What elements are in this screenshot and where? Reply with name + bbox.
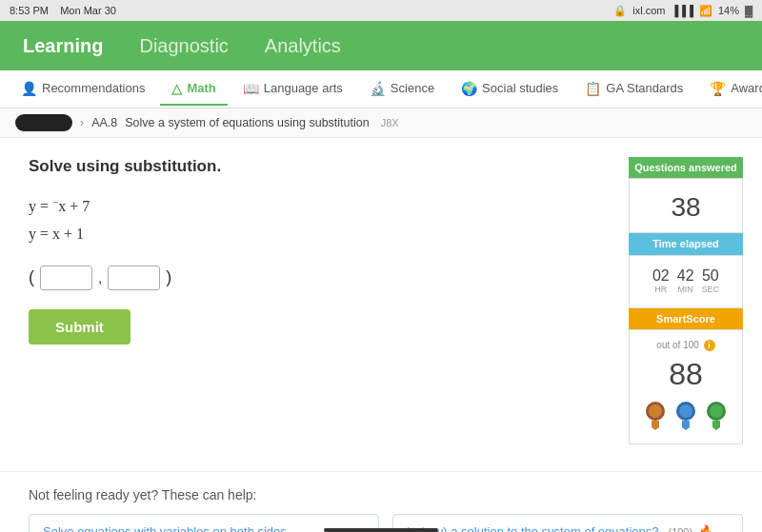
answer-input-x[interactable] [40, 266, 92, 290]
questions-answered-value: 38 [629, 178, 743, 233]
lock-icon: 🔒 [613, 5, 627, 17]
status-bar: 8:53 PM Mon Mar 30 🔒 ixl.com ▐▐▐ 📶 14% ▓ [0, 0, 762, 21]
smartscore-text: SmartScore [656, 312, 715, 325]
medal-ribbon-blue [682, 421, 690, 430]
smartscore-card: SmartScore out of 100 i 88 [629, 308, 743, 444]
breadcrumb-arrow: › [80, 116, 84, 129]
time-elapsed-value: 02 HR 42 MIN 50 SEC [629, 255, 743, 308]
science-icon: 🔬 [370, 81, 386, 96]
home-indicator [324, 528, 438, 532]
time-elapsed-text: Time elapsed [652, 238, 719, 249]
equation-block: y = −x + 7 y = x + 1 [29, 193, 610, 248]
tab-awards-label: Awards [731, 81, 762, 95]
tab-language-arts-label: Language arts [264, 81, 343, 95]
suggestion-text-1: Solve equations with variables on both s… [43, 524, 287, 532]
url-display: ixl.com [632, 5, 665, 16]
language-arts-icon: 📖 [243, 81, 259, 96]
tab-recommendations[interactable]: 👤 Recommendations [10, 73, 156, 106]
time-min: 42 [677, 267, 694, 285]
tab-science[interactable]: 🔬 Science [358, 73, 446, 106]
medal-circle-blue [676, 402, 695, 421]
tab-ga-standards-label: GA Standards [606, 81, 683, 95]
status-time: 8:53 PM [10, 5, 49, 16]
tab-science-label: Science [391, 81, 434, 95]
out-of-label: out of 100 i [635, 340, 736, 351]
min-label: MIN [677, 285, 694, 294]
time-min-col: 42 MIN [677, 267, 694, 294]
medal-blue [672, 402, 699, 432]
hr-label: HR [652, 285, 670, 294]
nav-analytics[interactable]: Analytics [261, 28, 345, 65]
sec-label: SEC [702, 285, 720, 294]
answer-comma: , [98, 269, 102, 286]
top-nav: Learning Diagnostic Analytics [0, 21, 762, 70]
medals-row [635, 396, 736, 436]
subject-tabs: 👤 Recommendations △ Math 📖 Language arts… [0, 70, 762, 108]
medal-ribbon-green [712, 421, 720, 430]
smartscore-label: SmartScore [629, 308, 743, 329]
medal-ribbon-bronze [652, 421, 659, 430]
breadcrumb-tag: J8X [381, 117, 399, 128]
wifi-icon: 📶 [699, 5, 712, 17]
suggestions-title: Not feeling ready yet? These can help: [29, 487, 743, 502]
questions-answered-label: Questions answered [629, 157, 743, 178]
problem-title: Solve using substitution. [29, 157, 610, 176]
suggestion-fire-icon: 🔥 [698, 524, 713, 532]
smartscore-body: out of 100 i 88 [629, 329, 743, 444]
breadcrumb-problem-title: Solve a system of equations using substi… [125, 116, 369, 129]
questions-answered-card: Questions answered 38 [629, 157, 743, 233]
time-sec: 50 [702, 267, 720, 285]
answer-row: ( , ) [29, 266, 610, 290]
medal-circle-green [707, 402, 726, 421]
tab-recommendations-label: Recommendations [42, 81, 145, 95]
info-icon[interactable]: i [704, 340, 715, 351]
smartscore-value: 88 [635, 351, 736, 396]
nav-diagnostic[interactable]: Diagnostic [135, 28, 231, 65]
problem-area: Solve using substitution. y = −x + 7 y =… [29, 157, 610, 452]
time-sec-col: 50 SEC [702, 267, 720, 294]
status-date: Mon Mar 30 [60, 5, 116, 16]
user-avatar [15, 114, 72, 131]
time-hr-col: 02 HR [652, 267, 670, 294]
tab-math-label: Math [187, 81, 215, 95]
close-paren: ) [166, 267, 171, 287]
suggestion-badge-2: (100) [668, 526, 692, 533]
math-icon: △ [171, 81, 182, 96]
time-elapsed-card: Time elapsed 02 HR 42 MIN 50 SEC [629, 233, 743, 307]
nav-learning[interactable]: Learning [19, 28, 107, 65]
equation-line-2: y = x + 1 [29, 221, 610, 248]
questions-answered-text: Questions answered [634, 162, 737, 173]
open-paren: ( [29, 267, 34, 287]
breadcrumb: › AA.8 Solve a system of equations using… [0, 108, 762, 138]
time-row: 02 HR 42 MIN 50 SEC [635, 264, 736, 300]
suggestions-area: Not feeling ready yet? These can help: S… [0, 471, 762, 532]
tab-language-arts[interactable]: 📖 Language arts [231, 73, 354, 106]
time-elapsed-label: Time elapsed [629, 233, 743, 254]
tab-ga-standards[interactable]: 📋 GA Standards [573, 73, 694, 106]
tab-awards[interactable]: 🏆 Awards [698, 73, 762, 106]
suggestion-text-2: Is (x, y) a solution to the system of eq… [407, 524, 658, 532]
status-right: 🔒 ixl.com ▐▐▐ 📶 14% ▓ [613, 5, 752, 17]
main-content: Solve using substitution. y = −x + 7 y =… [0, 138, 762, 471]
breadcrumb-code: AA.8 [91, 116, 117, 129]
stats-panel: Questions answered 38 Time elapsed 02 HR… [629, 157, 743, 452]
equation-line-1: y = −x + 7 [29, 193, 610, 221]
awards-icon: 🏆 [710, 81, 726, 96]
out-of-text: out of 100 [656, 340, 698, 350]
medal-circle-bronze [646, 402, 665, 421]
tab-social-studies-label: Social studies [482, 81, 558, 95]
battery-display: 14% [718, 5, 739, 16]
social-studies-icon: 🌍 [461, 81, 477, 96]
answer-input-y[interactable] [108, 266, 160, 290]
ga-standards-icon: 📋 [585, 81, 601, 96]
signal-icon: ▐▐▐ [672, 5, 693, 16]
suggestion-card-2[interactable]: Is (x, y) a solution to the system of eq… [392, 514, 743, 532]
status-time-date: 8:53 PM Mon Mar 30 [10, 5, 116, 16]
time-hr: 02 [652, 267, 670, 285]
submit-button[interactable]: Submit [29, 309, 130, 345]
tab-social-studies[interactable]: 🌍 Social studies [450, 73, 570, 106]
medal-green [703, 402, 730, 432]
medal-bronze [642, 402, 669, 432]
tab-math[interactable]: △ Math [160, 73, 227, 106]
recommendations-icon: 👤 [21, 81, 37, 96]
